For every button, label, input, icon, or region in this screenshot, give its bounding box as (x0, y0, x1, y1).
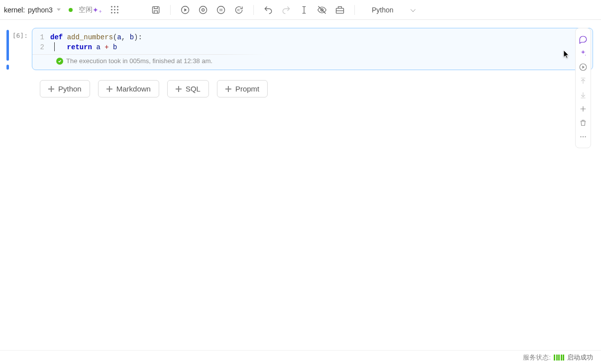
kernel-name: python3 (28, 6, 53, 14)
language-selected: Python (372, 6, 394, 14)
text-cursor (54, 42, 55, 51)
status-footer: 服务状态: 启动成功 (0, 350, 601, 364)
text-cursor-icon[interactable] (299, 4, 309, 15)
execution-count: [6]: (10, 28, 32, 39)
code-editor[interactable]: 1 2 def add_numbers(a, b): return a + b (32, 28, 593, 54)
code-line: def add_numbers(a, b): (50, 32, 593, 42)
run-cell-icon[interactable] (576, 60, 590, 74)
add-cell-row: Python Markdown SQL Propmt (10, 70, 593, 97)
toolbar-right: ✦₊ (93, 6, 119, 14)
plus-icon (176, 86, 182, 92)
plus-icon (106, 86, 112, 92)
service-status-label: 服务状态: (523, 353, 551, 362)
svg-rect-0 (152, 6, 159, 13)
signal-bars-icon (554, 355, 564, 361)
add-markdown-button[interactable]: Markdown (98, 80, 159, 97)
kernel-status-text: 空闲 (79, 5, 93, 14)
locate-icon[interactable] (198, 4, 208, 15)
separator (253, 5, 254, 15)
separator (354, 5, 355, 15)
move-down-icon[interactable] (576, 88, 590, 102)
content-column: [6]: 1 2 def add_numbers(a, b): return a… (10, 28, 596, 97)
add-cell-icon[interactable] (576, 102, 590, 116)
pause-icon[interactable] (215, 4, 226, 15)
code-lines[interactable]: def add_numbers(a, b): return a + b (50, 32, 593, 52)
eye-off-icon[interactable] (316, 4, 327, 15)
code-cell[interactable]: 1 2 def add_numbers(a, b): return a + b … (32, 28, 593, 70)
redo-icon[interactable] (281, 4, 292, 15)
kernel-selector[interactable]: kernel: python3 空闲 (4, 5, 93, 14)
chevron-down-icon (57, 8, 61, 11)
svg-point-3 (202, 8, 204, 11)
svg-point-10 (580, 136, 581, 137)
cell-side-panel (575, 28, 591, 148)
sparkle-icon[interactable]: ✦₊ (93, 6, 102, 14)
delete-cell-icon[interactable] (576, 116, 590, 130)
svg-point-4 (217, 6, 225, 13)
apps-grid-icon[interactable] (111, 6, 119, 14)
status-dot-icon (69, 8, 73, 12)
check-circle-icon (56, 58, 63, 65)
move-up-icon[interactable] (576, 74, 590, 88)
separator (170, 5, 171, 15)
plus-icon (48, 86, 54, 92)
add-btn-label: Propmt (235, 85, 259, 93)
service-status-text: 启动成功 (567, 353, 593, 362)
save-icon[interactable] (150, 4, 161, 15)
add-python-button[interactable]: Python (40, 80, 90, 97)
svg-point-8 (585, 55, 586, 55)
svg-text:R: R (237, 8, 240, 11)
undo-icon[interactable] (263, 4, 274, 15)
line-numbers: 1 2 (32, 32, 50, 52)
language-select[interactable]: Python (369, 6, 418, 14)
run-icon[interactable] (180, 4, 191, 15)
execution-status: The execution took in 005ms, finished at… (32, 54, 593, 70)
top-toolbar: kernel: python3 空闲 R (0, 0, 601, 20)
cell-gutter[interactable] (5, 28, 10, 70)
svg-point-2 (200, 6, 207, 13)
more-icon[interactable] (576, 130, 590, 144)
svg-point-12 (585, 136, 586, 137)
layout-icon[interactable] (334, 4, 345, 15)
kernel-label: kernel: (4, 6, 25, 14)
add-btn-label: SQL (186, 85, 200, 93)
comment-icon[interactable] (576, 32, 590, 46)
lineno: 1 (32, 32, 44, 42)
add-prompt-button[interactable]: Propmt (217, 80, 268, 97)
sparkle-icon[interactable] (576, 46, 590, 60)
plus-icon (225, 86, 231, 92)
gutter-bar-icon (6, 30, 9, 61)
code-line: return a + b (50, 42, 593, 52)
gutter-bar-icon (6, 65, 9, 70)
svg-point-11 (583, 136, 584, 137)
add-btn-label: Markdown (116, 85, 151, 93)
code-cell-wrap: [6]: 1 2 def add_numbers(a, b): return a… (10, 28, 593, 70)
execution-status-text: The execution took in 005ms, finished at… (66, 57, 212, 65)
lineno: 2 (32, 42, 44, 52)
add-btn-label: Python (58, 85, 82, 93)
restart-icon[interactable]: R (233, 4, 244, 15)
chevron-down-icon (410, 7, 415, 12)
add-sql-button[interactable]: SQL (167, 80, 209, 97)
notebook-main: [6]: 1 2 def add_numbers(a, b): return a… (0, 20, 601, 97)
toolbar-center: R Python (150, 4, 418, 15)
